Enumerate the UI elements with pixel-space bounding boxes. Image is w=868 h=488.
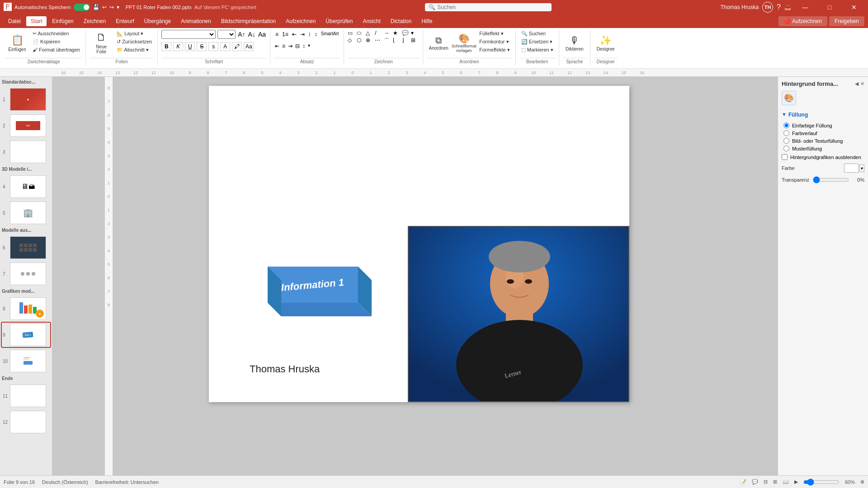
texture-fill-option[interactable]: Bild- oder Texturfüllung — [783, 138, 864, 144]
gradient-fill-option[interactable]: Farbverlauf — [783, 130, 864, 136]
shape3-icon[interactable]: ⬡ — [357, 37, 365, 45]
select-button[interactable]: ⬚ Markieren ▾ — [519, 46, 555, 54]
arrow-icon[interactable]: → — [384, 30, 392, 36]
hide-graphics-option[interactable]: Hintergrundgrafiken ausblenden — [782, 154, 864, 160]
align-justify-btn[interactable]: ⊟ — [294, 42, 301, 50]
view-slideshow-btn[interactable]: ▶ — [794, 479, 798, 485]
redo-icon[interactable]: ↪ — [109, 4, 114, 10]
undo-icon[interactable]: ↩ — [102, 4, 107, 10]
texture-fill-radio[interactable] — [783, 138, 789, 144]
shape-outline-btn[interactable]: Formkontur ▾ — [477, 38, 512, 46]
underline-button[interactable]: U — [185, 42, 195, 51]
font-color-btn[interactable]: A — [220, 42, 230, 51]
menu-einfuegen[interactable]: Einfügen — [47, 16, 78, 26]
view-slide-btn[interactable]: ⊞ — [773, 479, 777, 485]
comments-btn[interactable]: 💬 — [752, 479, 758, 485]
menu-hilfe[interactable]: Hilfe — [417, 16, 437, 26]
align-center-btn[interactable]: ≡ — [281, 42, 286, 50]
arrange-button[interactable]: ⧉ Anordnen — [427, 30, 450, 56]
canvas-area[interactable]: 87654321012345678 — [52, 77, 778, 475]
font-decrease-btn[interactable]: A↓ — [248, 30, 256, 38]
rect-icon[interactable]: ▭ — [348, 30, 356, 36]
text-highlight-btn[interactable]: 🖍 — [232, 42, 242, 51]
color-picker-btn[interactable]: ▾ — [859, 164, 864, 172]
slide-thumb-1[interactable]: 1 ■ — [2, 87, 50, 112]
menu-datei[interactable]: Datei — [4, 16, 25, 26]
reset-button[interactable]: ↺ Zurücksetzen — [115, 38, 154, 46]
slide-thumb-5[interactable]: 5 🏢 — [2, 201, 50, 225]
slide-thumb-7[interactable]: 7 — [2, 262, 50, 286]
shape8-icon[interactable]: ⌋ — [402, 37, 410, 45]
dictate-button[interactable]: 🎙 Diktieren — [563, 30, 586, 56]
shape9-icon[interactable]: ⊞ — [411, 37, 419, 45]
menu-start[interactable]: Start — [26, 16, 47, 26]
char-spacing-btn[interactable]: Aa — [244, 42, 254, 51]
font-increase-btn[interactable]: A↑ — [237, 30, 245, 38]
menu-uebergaenge[interactable]: Übergänge — [140, 16, 175, 26]
filling-collapse-icon[interactable]: ▼ — [782, 112, 787, 117]
minimize-button[interactable]: — — [795, 0, 816, 14]
font-size-select[interactable] — [217, 30, 236, 39]
notes-btn[interactable]: 📝 — [740, 479, 746, 485]
clear-format-btn[interactable]: Aa — [258, 30, 266, 38]
search-input[interactable] — [437, 4, 537, 10]
panel-collapse-btn[interactable]: ◀ — [855, 81, 859, 87]
shape6-icon[interactable]: ⌒ — [384, 37, 392, 45]
italic-button[interactable]: K — [173, 42, 183, 51]
gradient-fill-radio[interactable] — [783, 130, 789, 136]
shadow-btn[interactable]: s — [208, 42, 218, 51]
color-swatch[interactable] — [844, 164, 859, 173]
slide-thumb-10[interactable]: 10 — [2, 349, 50, 373]
slide-thumb-6[interactable]: 6 — [2, 235, 50, 260]
slide-thumb-12[interactable]: 12 — [2, 410, 50, 434]
paste-button[interactable]: 📋 Einfügen — [5, 30, 29, 56]
direction-btn[interactable]: ↕ — [313, 30, 319, 39]
list-number-btn[interactable]: 1≡ — [281, 30, 290, 39]
indent-inc-btn[interactable]: ⇥ — [299, 30, 306, 39]
smartart-btn[interactable]: SmartArt — [320, 30, 340, 39]
pattern-fill-radio[interactable] — [783, 145, 789, 151]
panel-close-btn[interactable]: ✕ — [860, 81, 864, 87]
col-btn[interactable]: ⫶ — [307, 30, 312, 39]
line-icon[interactable]: / — [375, 30, 383, 36]
shape2-icon[interactable]: ◇ — [348, 37, 356, 45]
pattern-fill-option[interactable]: Musterfüllung — [783, 145, 864, 151]
menu-ueberpruefen[interactable]: Überprüfen — [321, 16, 357, 26]
transparency-slider[interactable] — [813, 176, 849, 183]
indent-dec-btn[interactable]: ⇤ — [291, 30, 298, 39]
slide-thumb-2[interactable]: 2 Title — [2, 113, 50, 138]
slide-thumb-9[interactable]: 9 Info 1 — [2, 323, 50, 347]
quick-save-icon[interactable]: 💾 — [93, 4, 99, 10]
shape5-icon[interactable]: ⋯ — [375, 37, 383, 45]
share-icon[interactable]: 📤 — [784, 4, 791, 10]
section-button[interactable]: 📁 Abschnitt ▾ — [115, 46, 154, 54]
copy-button[interactable]: 📄 Kopieren — [31, 38, 82, 46]
menu-aufzeichnen[interactable]: Aufzeichnen — [281, 16, 320, 26]
para-extra-btn[interactable]: ▾ — [307, 42, 311, 50]
menu-zeichnen[interactable]: Zeichnen — [79, 16, 110, 26]
new-slide-button[interactable]: 🗋 Neue Folie — [90, 30, 113, 56]
format-copy-button[interactable]: 🖌 Format übertragen — [31, 46, 82, 53]
solid-fill-option[interactable]: Einfarbige Füllung — [783, 122, 864, 128]
fill-effect-btn[interactable]: Fülleffekt ▾ — [477, 30, 512, 38]
oval-icon[interactable]: ⬭ — [357, 30, 365, 36]
find-button[interactable]: 🔍 Suchen — [519, 30, 555, 38]
slide-canvas[interactable]: Information 1 Thomas Hruska — [209, 86, 629, 402]
fit-slide-btn[interactable]: ⊕ — [860, 479, 864, 485]
menu-dictation[interactable]: Dictation — [386, 16, 416, 26]
shape4-icon[interactable]: ⊕ — [366, 37, 374, 45]
list-bullet-btn[interactable]: ≡ — [274, 30, 280, 39]
share-button[interactable]: Freigeben — [829, 16, 864, 26]
search-bar[interactable]: 🔍 — [425, 3, 552, 11]
star-icon[interactable]: ★ — [393, 30, 401, 36]
menu-praesentation[interactable]: Bildschirmpräsentation — [217, 16, 280, 26]
menu-entwurf[interactable]: Entwurf — [111, 16, 139, 26]
menu-animationen[interactable]: Animationen — [176, 16, 216, 26]
shape-effect-btn[interactable]: Formeffekte ▾ — [477, 46, 512, 54]
menu-ansicht[interactable]: Ansicht — [358, 16, 385, 26]
col-spacing-btn[interactable]: ↕ — [302, 42, 306, 50]
info-button[interactable]: Information 1 — [250, 253, 376, 334]
cut-button[interactable]: ✂ Ausschneiden — [31, 30, 82, 38]
autosave-toggle[interactable] — [74, 4, 90, 11]
more-shapes-icon[interactable]: ▾ — [411, 30, 419, 36]
